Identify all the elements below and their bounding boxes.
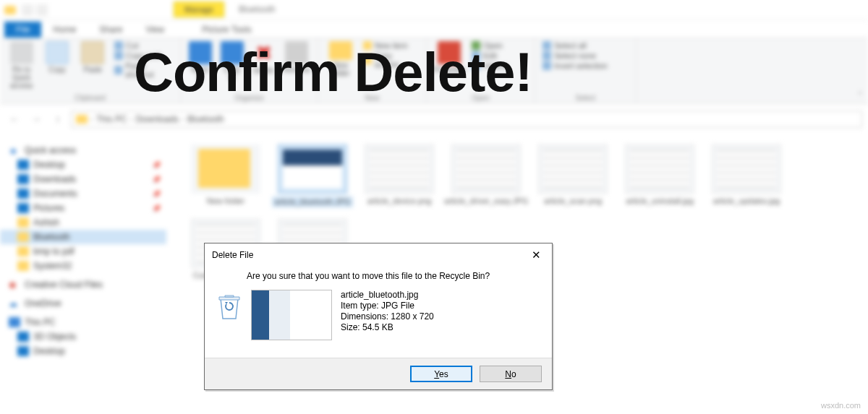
folder-icon	[191, 145, 260, 194]
file-tab[interactable]: File	[4, 22, 41, 38]
delete-file-dialog: Delete File ✕ Are you sure that you want…	[204, 243, 553, 390]
thumbnail-icon	[712, 145, 781, 194]
select-all-button[interactable]: Select all	[542, 41, 608, 50]
select-group-label: Select	[542, 94, 629, 102]
folder-icon	[329, 41, 352, 60]
dialog-title: Delete File	[212, 250, 253, 260]
file-dimensions: Dimensions: 1280 x 720	[341, 311, 434, 322]
history-button[interactable]: History	[472, 61, 508, 70]
file-item-article-device[interactable]: article_device.png	[362, 145, 437, 207]
invert-selection-button[interactable]: Invert selection	[542, 61, 608, 70]
nav-this-pc[interactable]: This PC	[0, 315, 166, 329]
titlebar	[0, 0, 868, 20]
window-title: Bluetooth	[239, 4, 276, 14]
nav-desktop2[interactable]: Desktop	[0, 344, 166, 358]
thumbnail-icon	[625, 145, 694, 194]
breadcrumb-this-pc[interactable]: This PC	[96, 114, 127, 124]
open-group-label: Open	[434, 94, 527, 102]
manage-tab[interactable]: Manage	[174, 1, 224, 17]
thumbnail-icon	[278, 145, 347, 194]
rename-button[interactable]: Rename	[283, 41, 310, 74]
new-group-label: New	[326, 94, 419, 102]
thumbnail-icon	[538, 145, 608, 194]
address-bar[interactable]: › This PC › Downloads › Bluetooth	[71, 111, 862, 128]
breadcrumb-downloads[interactable]: Downloads	[136, 114, 179, 124]
nav-desktop[interactable]: Desktop📌	[0, 158, 166, 172]
forward-button[interactable]: →	[27, 111, 45, 128]
file-metadata: article_bluetooth.jpg Item type: JPG Fil…	[341, 290, 434, 332]
nav-pictures[interactable]: Pictures📌	[0, 201, 166, 215]
up-button[interactable]: ↑	[49, 111, 67, 128]
nav-onedrive[interactable]: ☁OneDrive	[0, 296, 166, 311]
select-none-button[interactable]: Select none	[542, 51, 608, 60]
open-button[interactable]: Open	[472, 41, 508, 50]
file-item-article-bluetooth[interactable]: article_bluetooth.JPG	[275, 145, 350, 207]
nav-system32[interactable]: System32	[0, 259, 166, 273]
thumbnail-icon	[365, 145, 434, 194]
file-item-article-updates[interactable]: article_updates.jpg	[709, 145, 784, 207]
view-tab[interactable]: View	[134, 22, 176, 38]
yes-button[interactable]: Yes	[410, 366, 472, 382]
dialog-message: Are you sure that you want to move this …	[247, 271, 542, 281]
no-button[interactable]: No	[480, 366, 542, 382]
thumbnail-icon	[451, 145, 521, 194]
file-item-new-folder[interactable]: New folder	[188, 145, 263, 207]
cloud-icon: ☁	[9, 298, 20, 309]
new-folder-button[interactable]: New folder	[326, 41, 356, 77]
dialog-titlebar: Delete File ✕	[205, 243, 552, 265]
nav-quick-access[interactable]: ★Quick access	[0, 143, 166, 158]
star-icon: ★	[9, 145, 20, 155]
nav-3d-objects[interactable]: 3D Objects	[0, 329, 166, 344]
address-row: ← → ↑ › This PC › Downloads › Bluetooth	[0, 108, 868, 130]
ribbon: Pin to Quick access Copy Paste Cut Copy …	[0, 38, 868, 104]
pin-to-quick-access-button[interactable]: Pin to Quick access	[7, 41, 35, 90]
file-item-article-driver-easy[interactable]: article_driver_easy.JPG	[448, 145, 524, 207]
nav-creative-cloud[interactable]: ◉Creative Cloud Files	[0, 277, 166, 292]
delete-button[interactable]: ✖Delete	[251, 41, 276, 74]
quick-access-toolbar	[22, 4, 48, 16]
move-to-button[interactable]: Move to	[188, 41, 213, 82]
watermark: wsxdn.com	[821, 401, 861, 410]
paste-button[interactable]: Paste	[79, 41, 107, 74]
organize-group-label: Organize	[188, 94, 310, 102]
file-name: article_bluetooth.jpg	[341, 290, 434, 300]
paste-shortcut-button[interactable]: Paste shortcut	[114, 61, 173, 79]
new-item-button[interactable]: New item	[363, 41, 419, 50]
file-item-article-uninstall[interactable]: article_uninstall.jpg	[622, 145, 697, 207]
file-itemtype: Item type: JPG File	[341, 301, 434, 311]
picture-tools-tab[interactable]: Picture Tools	[190, 22, 263, 38]
ribbon-tabs: File Home Share View Picture Tools	[0, 20, 868, 38]
back-button[interactable]: ←	[6, 111, 23, 128]
file-item-article-scan[interactable]: article_scan.png	[535, 145, 610, 207]
nav-documents[interactable]: Documents📌	[0, 186, 166, 201]
dialog-button-row: Yes No	[205, 358, 552, 389]
nav-downloads[interactable]: Downloads📌	[0, 172, 166, 186]
file-thumbnail	[251, 290, 332, 340]
cut-button[interactable]: Cut	[114, 41, 173, 50]
close-icon: ✕	[532, 249, 541, 261]
home-tab[interactable]: Home	[41, 22, 88, 38]
dialog-body: Are you sure that you want to move this …	[205, 265, 552, 358]
nav-bmp-to-pdf[interactable]: bmp to pdf	[0, 244, 166, 259]
recycle-bin-icon	[216, 290, 242, 320]
folder-icon	[4, 6, 16, 14]
clipboard-group-label: Clipboard	[7, 94, 173, 102]
navigation-pane: ★Quick access Desktop📌 Downloads📌 Docume…	[0, 136, 166, 414]
edit-button[interactable]: Edit	[472, 51, 508, 60]
easy-access-button[interactable]: Easy access	[363, 51, 419, 69]
nav-ashish[interactable]: Ashish	[0, 215, 166, 230]
file-size: Size: 54.5 KB	[341, 322, 434, 332]
copy-to-button[interactable]: Copy to	[220, 41, 244, 82]
copy-button[interactable]: Copy	[43, 41, 71, 74]
share-tab[interactable]: Share	[88, 22, 134, 38]
collapse-ribbon-icon[interactable]: ˄	[858, 91, 862, 101]
headline-overlay: Confirm Delete!	[134, 40, 532, 103]
creative-cloud-icon: ◉	[9, 280, 20, 290]
properties-button[interactable]: Properties	[434, 41, 464, 74]
copy-path-button[interactable]: Copy path	[114, 51, 173, 60]
delete-x-icon: ✖	[255, 41, 272, 65]
folder-icon	[76, 115, 88, 124]
breadcrumb-bluetooth[interactable]: Bluetooth	[187, 114, 224, 124]
nav-bluetooth[interactable]: Bluetooth	[0, 230, 166, 244]
close-button[interactable]: ✕	[526, 248, 546, 262]
